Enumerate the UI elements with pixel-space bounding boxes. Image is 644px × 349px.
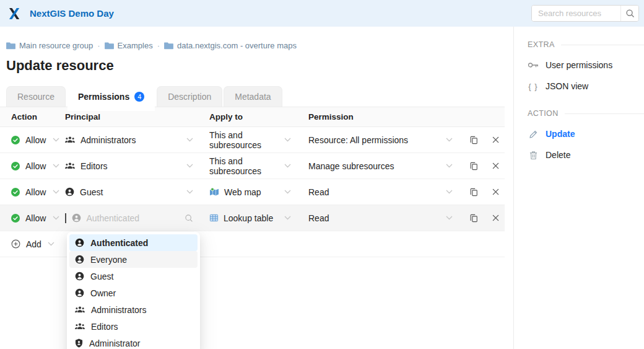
search-button[interactable] xyxy=(620,6,638,21)
search-input[interactable] xyxy=(532,6,620,21)
principal-select[interactable]: Editors xyxy=(60,161,204,171)
duplicate-row-button[interactable] xyxy=(461,136,486,144)
tab-bar: Resource Permissions 4 Description Metad… xyxy=(6,86,513,107)
chevron-down-icon xyxy=(446,216,453,220)
duplicate-row-button[interactable] xyxy=(461,188,486,197)
tab-description[interactable]: Description xyxy=(157,86,222,107)
user-circle-icon xyxy=(75,255,84,264)
folder-icon xyxy=(105,42,114,50)
chevron-down-icon xyxy=(446,164,453,168)
duplicate-row-button[interactable] xyxy=(461,162,486,170)
breadcrumb-label: Examples xyxy=(118,41,153,50)
sidebar-item-update[interactable]: Update xyxy=(528,129,644,139)
top-bar: NextGIS Demo Day xyxy=(0,0,644,27)
column-header-action: Action xyxy=(0,112,60,121)
action-select[interactable]: Allow xyxy=(0,135,60,145)
sidebar-item-json-view[interactable]: JSON view xyxy=(528,81,644,91)
permission-select[interactable]: Manage subresources xyxy=(301,161,461,171)
dropdown-item-everyone[interactable]: Everyone xyxy=(69,251,198,268)
page-title: Update resource xyxy=(6,58,513,74)
chevron-down-icon xyxy=(284,190,291,194)
remove-row-button[interactable] xyxy=(486,162,505,169)
user-circle-icon xyxy=(75,272,84,281)
column-header-apply-to: Apply to xyxy=(204,112,301,121)
apply-to-select[interactable]: Web map xyxy=(204,187,301,197)
chevron-down-icon xyxy=(53,138,59,142)
sidebar-item-user-permissions[interactable]: User permissions xyxy=(528,60,644,70)
copy-icon xyxy=(469,136,478,144)
column-header-permission: Permission xyxy=(301,112,461,121)
action-select[interactable]: Allow xyxy=(0,213,60,223)
apply-to-select[interactable]: This and subresources xyxy=(204,130,301,150)
breadcrumb-item-main-resource-group[interactable]: Main resource group xyxy=(6,41,93,50)
duplicate-row-button[interactable] xyxy=(461,214,486,223)
breadcrumb-item-examples[interactable]: Examples xyxy=(105,41,153,50)
search-icon xyxy=(625,9,635,18)
chevron-down-icon xyxy=(186,164,193,168)
principal-placeholder: Authenticated xyxy=(87,213,140,223)
dropdown-item-editors[interactable]: Editors xyxy=(69,318,198,335)
remove-row-button[interactable] xyxy=(486,136,505,143)
chevron-down-icon xyxy=(284,216,291,220)
text-cursor xyxy=(65,213,66,223)
pencil-icon xyxy=(528,130,539,139)
right-sidebar: EXTRA User permissions JSON view ACTION … xyxy=(514,27,644,349)
user-circle-icon xyxy=(72,213,81,223)
dropdown-item-authenticated[interactable]: Authenticated xyxy=(69,234,198,251)
user-circle-icon xyxy=(75,238,84,247)
close-icon xyxy=(492,162,499,169)
sidebar-section-extra: EXTRA xyxy=(528,40,644,49)
nextgis-logo-icon[interactable] xyxy=(7,7,21,20)
key-icon xyxy=(528,61,539,69)
allow-check-icon xyxy=(11,136,20,144)
breadcrumb-label: data.nextgis.com - overture maps xyxy=(177,41,297,50)
allow-check-icon xyxy=(11,162,20,170)
chevron-down-icon xyxy=(48,242,54,246)
apply-to-select[interactable]: This and subresources xyxy=(204,156,301,176)
remove-row-button[interactable] xyxy=(486,214,505,221)
allow-check-icon xyxy=(11,188,20,197)
dropdown-item-guest[interactable]: Guest xyxy=(69,268,198,285)
chevron-down-icon xyxy=(53,216,59,220)
breadcrumb-item-current[interactable]: data.nextgis.com - overture maps xyxy=(164,41,297,50)
chevron-down-icon xyxy=(53,164,59,168)
permission-row-editing: Allow Authenticated Lookup table Read xyxy=(0,205,505,231)
close-icon xyxy=(492,188,499,195)
close-icon xyxy=(492,214,499,221)
dropdown-item-owner[interactable]: Owner xyxy=(69,285,198,301)
action-select[interactable]: Allow xyxy=(0,187,60,197)
tab-resource[interactable]: Resource xyxy=(6,86,66,107)
principal-search-input[interactable]: Authenticated xyxy=(60,213,204,223)
permission-select[interactable]: Resource: All permissions xyxy=(301,135,461,145)
folder-icon xyxy=(6,42,15,50)
action-select[interactable]: Allow xyxy=(0,161,60,171)
user-circle-icon xyxy=(75,288,84,298)
copy-icon xyxy=(469,188,478,197)
chevron-down-icon xyxy=(186,190,193,194)
shield-user-icon xyxy=(75,338,83,348)
permission-select[interactable]: Read xyxy=(301,187,461,197)
web-map-icon xyxy=(209,187,219,197)
app-title[interactable]: NextGIS Demo Day xyxy=(30,8,114,19)
principal-select[interactable]: Guest xyxy=(60,187,204,197)
close-icon xyxy=(492,136,499,143)
sidebar-item-delete[interactable]: Delete xyxy=(528,150,644,160)
chevron-down-icon xyxy=(186,138,193,142)
tab-metadata[interactable]: Metadata xyxy=(224,86,282,107)
permission-select[interactable]: Read xyxy=(301,213,461,223)
dropdown-item-administrator[interactable]: Administrator xyxy=(69,335,198,349)
permission-row: Allow Guest Web map Read xyxy=(0,179,505,205)
plus-circle-icon xyxy=(11,239,20,249)
remove-row-button[interactable] xyxy=(486,188,505,195)
breadcrumb-separator: · xyxy=(157,41,160,50)
tab-permissions[interactable]: Permissions 4 xyxy=(67,86,155,107)
chevron-down-icon xyxy=(284,138,291,142)
chevron-down-icon xyxy=(53,190,59,194)
apply-to-select[interactable]: Lookup table xyxy=(204,213,301,223)
dropdown-item-administrators[interactable]: Administrators xyxy=(69,301,198,318)
search-icon xyxy=(185,214,193,223)
copy-icon xyxy=(469,162,478,170)
trash-icon xyxy=(528,151,539,160)
permissions-count-badge: 4 xyxy=(134,92,144,102)
principal-select[interactable]: Administrators xyxy=(60,135,204,145)
